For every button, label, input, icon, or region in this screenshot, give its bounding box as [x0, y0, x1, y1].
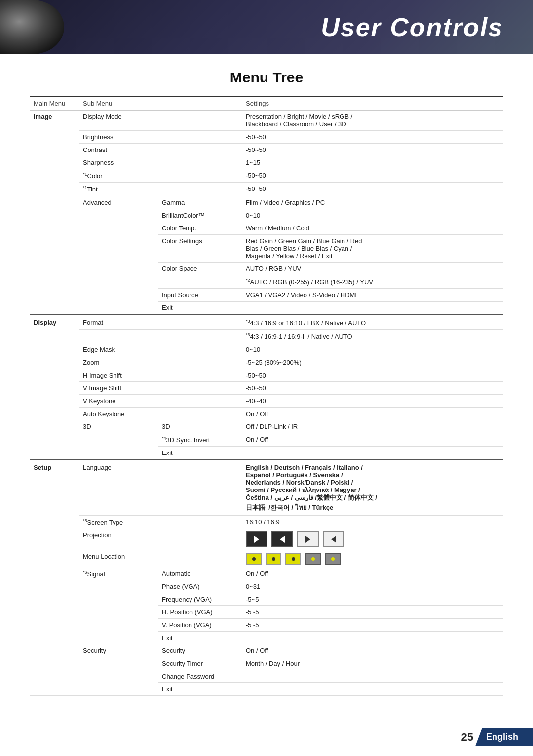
sub-screentype: *5Screen Type — [79, 515, 158, 529]
table-row: V Keystone -40~40 — [30, 394, 503, 407]
table-row: Auto Keystone On / Off — [30, 407, 503, 420]
settings-security: On / Off — [242, 644, 503, 657]
settings-colorspace2: *2AUTO / RGB (0-255) / RGB (16-235) / YU… — [242, 275, 503, 288]
settings-menulocation — [242, 550, 503, 567]
settings-language: English / Deutsch / Français / Italiano … — [242, 459, 503, 516]
settings-securitytimer: Month / Day / Hour — [242, 657, 503, 670]
table-row: Security Security On / Off — [30, 644, 503, 657]
proj-arrow-left-2 — [280, 536, 285, 543]
settings-projection — [242, 529, 503, 550]
subsub-3d: 3D — [158, 420, 242, 433]
settings-changepassword — [242, 670, 503, 683]
table-row: Setup Language English / Deutsch / Franç… — [30, 459, 503, 516]
settings-colortemp: Warm / Medium / Cold — [242, 222, 503, 234]
section-display-label: Display — [30, 314, 79, 459]
loc-icon-2 — [266, 553, 281, 565]
section-setup-label: Setup — [30, 459, 79, 696]
settings-colorspace: AUTO / RGB / YUV — [242, 262, 503, 275]
subsub-colorspace: Color Space — [158, 262, 242, 275]
settings-autokeystone: On / Off — [242, 407, 503, 420]
subsub-exit-image: Exit — [158, 301, 242, 314]
loc-dot-5 — [331, 557, 335, 561]
proj-icon-2 — [271, 531, 293, 547]
proj-icon-4 — [323, 531, 344, 547]
settings-edgemask: 0~10 — [242, 343, 503, 356]
subsub-inputsource: Input Source — [158, 288, 242, 301]
projection-icons-container — [246, 531, 499, 547]
subsub-colorspace2 — [158, 275, 242, 288]
subsub-security: Security — [158, 644, 242, 657]
table-row: H Image Shift -50~50 — [30, 369, 503, 381]
settings-sharpness: 1~15 — [242, 156, 503, 169]
table-row: V Image Shift -50~50 — [30, 381, 503, 394]
subsub-gamma: Gamma — [158, 196, 242, 209]
settings-himageshift: -50~50 — [242, 369, 503, 381]
subsub-automatic: Automatic — [158, 567, 242, 580]
settings-zoom: -5~25 (80%~200%) — [242, 356, 503, 369]
settings-exit-display — [242, 446, 503, 459]
settings-color: -50~50 — [242, 169, 503, 183]
settings-display-mode: Presentation / Bright / Movie / sRGB /Bl… — [242, 111, 503, 131]
subsub-phasevga: Phase (VGA) — [158, 580, 242, 593]
col-header-main-menu: Main Menu — [30, 96, 79, 111]
subsub-hposvga: H. Position (VGA) — [158, 606, 242, 619]
col-header-settings: Settings — [242, 96, 503, 111]
table-row: *1Color -50~50 — [30, 169, 503, 183]
table-row: Projection — [30, 529, 503, 550]
location-icons-container — [246, 553, 499, 565]
loc-dot-1 — [252, 557, 256, 561]
sub-3d: 3D — [79, 420, 158, 459]
table-row: *6Signal Automatic On / Off — [30, 567, 503, 580]
settings-brightness: -50~50 — [242, 131, 503, 144]
table-row: 3D 3D Off / DLP-Link / IR — [30, 420, 503, 433]
table-row: Display Format *34:3 / 16:9 or 16:10 / L… — [30, 314, 503, 330]
proj-icon-1 — [246, 531, 267, 547]
footer: 25 English — [461, 728, 533, 746]
table-header-row: Main Menu Sub Menu Settings — [30, 96, 503, 111]
sub-edgemask: Edge Mask — [79, 343, 158, 356]
settings-contrast: -50~50 — [242, 144, 503, 156]
table-row: Sharpness 1~15 — [30, 156, 503, 169]
settings-brilliantcolor: 0~10 — [242, 209, 503, 222]
loc-dot-4 — [311, 557, 315, 561]
loc-icon-3 — [285, 553, 301, 565]
sub-sharpness: Sharpness — [79, 156, 158, 169]
proj-arrow-right-3 — [305, 536, 310, 543]
settings-hposvga: -5~5 — [242, 606, 503, 619]
loc-dot-2 — [272, 557, 275, 561]
table-row: Menu Location — [30, 550, 503, 567]
settings-gamma: Film / Video / Graphics / PC — [242, 196, 503, 209]
sub-color: *1Color — [79, 169, 158, 183]
subsub-exit-signal: Exit — [158, 632, 242, 644]
settings-colorsettings: Red Gain / Green Gain / Blue Gain / RedB… — [242, 234, 503, 262]
settings-exit-image — [242, 301, 503, 314]
loc-icon-5 — [325, 553, 341, 565]
sub-tint: *1Tint — [79, 183, 158, 196]
sub-signal: *6Signal — [79, 567, 158, 644]
settings-3dsyncinvert: On / Off — [242, 433, 503, 446]
sub-zoom: Zoom — [79, 356, 158, 369]
subsub-colorsettings: Color Settings — [158, 234, 242, 262]
sub-contrast: Contrast — [79, 144, 158, 156]
main-content: Menu Tree Main Menu Sub Menu Settings Im… — [0, 54, 533, 716]
table-row: Edge Mask 0~10 — [30, 343, 503, 356]
settings-vimageshift: -50~50 — [242, 381, 503, 394]
sub-menulocation: Menu Location — [79, 550, 158, 567]
sub-format: Format — [79, 314, 158, 330]
table-row: *1Tint -50~50 — [30, 183, 503, 196]
page-title: Menu Tree — [30, 69, 503, 86]
menu-table: Main Menu Sub Menu Settings Image Displa… — [30, 96, 503, 696]
settings-freqvga: -5~5 — [242, 593, 503, 606]
settings-inputsource: VGA1 / VGA2 / Video / S-Video / HDMI — [242, 288, 503, 301]
proj-arrow-left-4 — [331, 536, 336, 543]
settings-vkeystone: -40~40 — [242, 394, 503, 407]
table-row: Advanced Gamma Film / Video / Graphics /… — [30, 196, 503, 209]
table-row: *5Screen Type 16:10 / 16:9 — [30, 515, 503, 529]
section-image-label: Image — [30, 111, 79, 314]
sub-display-mode: Display Mode — [79, 111, 158, 131]
table-row: Contrast -50~50 — [30, 144, 503, 156]
table-row: Brightness -50~50 — [30, 131, 503, 144]
settings-automatic: On / Off — [242, 567, 503, 580]
settings-3d: Off / DLP-Link / IR — [242, 420, 503, 433]
sub-advanced: Advanced — [79, 196, 158, 314]
